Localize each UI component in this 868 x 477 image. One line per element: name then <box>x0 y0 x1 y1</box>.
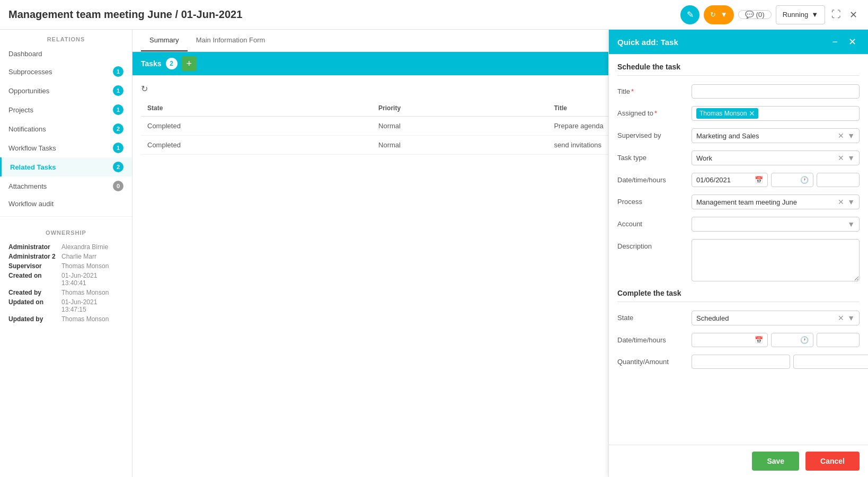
hours-input[interactable] <box>817 173 860 187</box>
ownership-value-created-on: 01-Jun-2021 13:40:41 <box>61 272 123 287</box>
quick-add-minimize-button[interactable]: − <box>829 35 841 49</box>
complete-date-input[interactable]: 📅 <box>692 333 768 347</box>
sidebar: RELATIONS Dashboard Subprocesses 1 Oppor… <box>0 30 132 477</box>
sidebar-item-notifications[interactable]: Notifications 2 <box>0 119 132 138</box>
process-clear-icon[interactable]: ✕ <box>838 198 844 206</box>
tasks-add-button[interactable]: + <box>182 56 197 71</box>
sidebar-badge-workflow-tasks: 1 <box>113 143 123 153</box>
activity-icon: ↻ <box>710 11 716 19</box>
account-chevron-icon[interactable]: ▼ <box>847 220 855 228</box>
datetime-label: Date/time/hours <box>617 173 692 184</box>
state-clear-icon[interactable]: ✕ <box>838 314 844 322</box>
state-chevron-icon[interactable]: ▼ <box>847 314 855 322</box>
sidebar-item-workflow-tasks[interactable]: Workflow Tasks 1 <box>0 138 132 157</box>
supervised-label: Supervised by <box>617 128 692 139</box>
supervised-clear-icon[interactable]: ✕ <box>838 131 844 140</box>
ownership-label-updated-on: Updated on <box>8 298 61 313</box>
supervised-by-select[interactable]: Marketing and Sales ✕ ▼ <box>692 128 860 143</box>
activity-button[interactable]: ↻ ▼ <box>704 5 733 24</box>
sidebar-item-workflow-audit[interactable]: Workflow audit <box>0 196 132 212</box>
process-label: Process <box>617 195 692 206</box>
assigned-tag-remove[interactable]: ✕ <box>749 109 755 118</box>
assigned-tag: Thomas Monson ✕ <box>696 108 758 119</box>
activity-chevron: ▼ <box>720 11 727 19</box>
status-chevron-icon: ▼ <box>811 11 818 19</box>
assigned-label: Assigned to* <box>617 106 692 117</box>
assigned-to-input[interactable]: Thomas Monson ✕ <box>692 106 860 121</box>
chat-count: (0) <box>756 11 764 19</box>
description-textarea[interactable] <box>692 239 860 281</box>
sidebar-item-opportunities[interactable]: Opportunities 1 <box>0 81 132 100</box>
refresh-button[interactable]: ↻ <box>141 84 148 94</box>
datetime-inputs: 01/06/2021 📅 🕐 <box>692 173 860 187</box>
time-input[interactable]: 🕐 <box>771 173 814 187</box>
quick-add-header: Quick add: Task − ✕ <box>609 30 868 54</box>
chat-icon: 💬 <box>745 11 754 19</box>
complete-datetime-inputs: 📅 🕐 <box>692 333 860 347</box>
tab-main-info[interactable]: Main Information Form <box>188 30 274 51</box>
supervised-chevron-icon[interactable]: ▼ <box>847 131 855 140</box>
quick-add-panel: Quick add: Task − ✕ Schedule the task Ti… <box>608 30 868 477</box>
edit-button[interactable]: ✎ <box>680 5 699 24</box>
sidebar-label-opportunities: Opportunities <box>8 87 49 95</box>
ownership-row-updated-by: Updated by Thomas Monson <box>8 315 123 323</box>
state-value: Scheduled <box>696 314 838 322</box>
status-button[interactable]: Running ▼ <box>776 5 825 24</box>
status-label: Running <box>783 11 808 19</box>
qty-input[interactable] <box>692 355 790 369</box>
sidebar-badge-related-tasks: 2 <box>113 162 123 172</box>
ownership-label-updated-by: Updated by <box>8 315 61 323</box>
account-label: Account <box>617 217 692 228</box>
col-header-priority: Priority <box>372 100 547 117</box>
ownership-value-supervisor: Thomas Monson <box>61 262 109 270</box>
tasks-count: 2 <box>166 58 178 69</box>
sidebar-item-dashboard[interactable]: Dashboard <box>0 46 132 62</box>
date-input[interactable]: 01/06/2021 📅 <box>692 173 768 187</box>
content-area: Summary Main Information Form Tasks 2 + … <box>132 30 868 477</box>
ownership-row-created-by: Created by Thomas Monson <box>8 289 123 296</box>
sidebar-label-workflow-tasks: Workflow Tasks <box>8 144 56 152</box>
sidebar-item-attachments[interactable]: Attachments 0 <box>0 176 132 196</box>
ownership-label-created-by: Created by <box>8 289 61 296</box>
tasks-title: Tasks <box>141 59 162 68</box>
assigned-tag-label: Thomas Monson <box>699 110 747 117</box>
process-select[interactable]: Management team meeting June ✕ ▼ <box>692 195 860 209</box>
sidebar-badge-projects: 1 <box>113 104 123 115</box>
close-app-button[interactable]: ✕ <box>847 7 860 23</box>
header-actions: ✎ ↻ ▼ 💬 (0) Running ▼ ⛶ ✕ <box>680 5 860 24</box>
sidebar-item-related-tasks[interactable]: Related Tasks 2 <box>0 157 132 176</box>
form-row-qty: Quantity/Amount <box>617 355 860 369</box>
clock-icon: 🕐 <box>800 176 809 184</box>
calendar-icon[interactable]: 📅 <box>755 176 763 184</box>
task-type-clear-icon[interactable]: ✕ <box>838 154 844 162</box>
sidebar-item-subprocesses[interactable]: Subprocesses 1 <box>0 62 132 81</box>
description-label: Description <box>617 239 692 250</box>
supervised-by-value: Marketing and Sales <box>696 132 838 140</box>
complete-calendar-icon[interactable]: 📅 <box>755 336 763 344</box>
title-input[interactable] <box>692 84 860 99</box>
quick-add-close-button[interactable]: ✕ <box>845 35 860 49</box>
state-select[interactable]: Scheduled ✕ ▼ <box>692 311 860 325</box>
tab-summary[interactable]: Summary <box>141 30 188 51</box>
complete-time-input[interactable]: 🕐 <box>771 333 814 347</box>
save-button[interactable]: Save <box>752 452 799 471</box>
sidebar-badge-notifications: 2 <box>113 123 123 134</box>
task-type-chevron-icon[interactable]: ▼ <box>847 154 855 162</box>
process-value: Management team meeting June <box>696 198 838 206</box>
sidebar-label-related-tasks: Related Tasks <box>10 163 56 171</box>
schedule-section-title: Schedule the task <box>617 63 860 76</box>
sidebar-badge-attachments: 0 <box>113 181 123 191</box>
state-label: State <box>617 311 692 322</box>
process-chevron-icon[interactable]: ▼ <box>847 198 855 206</box>
chat-button[interactable]: 💬 (0) <box>738 10 772 19</box>
ownership-label-created-on: Created on <box>8 272 61 287</box>
fullscreen-button[interactable]: ⛶ <box>829 7 843 22</box>
page-title: Management team meeting June / 01-Jun-20… <box>8 8 242 21</box>
task-type-select[interactable]: Work ✕ ▼ <box>692 151 860 165</box>
sidebar-item-projects[interactable]: Projects 1 <box>0 100 132 119</box>
complete-hours-input[interactable] <box>817 333 860 347</box>
account-select[interactable]: ▼ <box>692 217 860 232</box>
cancel-button[interactable]: Cancel <box>805 452 860 471</box>
sidebar-label-attachments: Attachments <box>8 182 47 190</box>
amount-input[interactable] <box>793 355 868 369</box>
